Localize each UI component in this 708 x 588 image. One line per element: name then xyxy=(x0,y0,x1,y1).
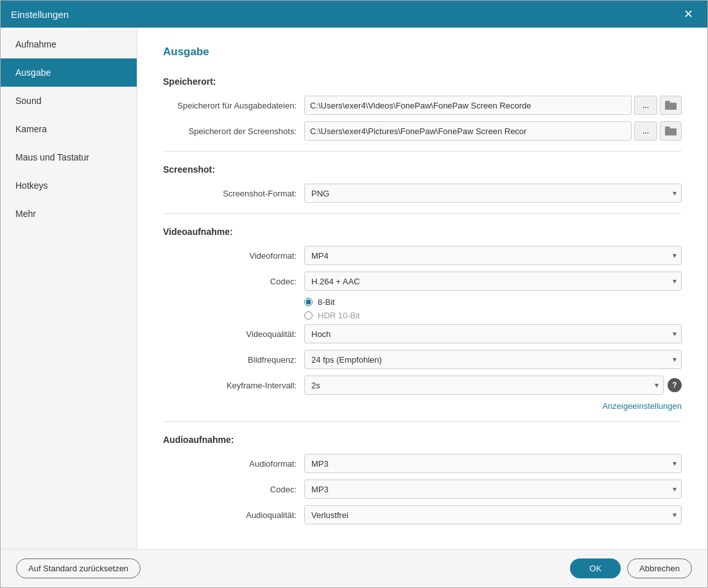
screenshot-format-label: Screenshot-Format: xyxy=(163,189,304,198)
bit8-radio[interactable] xyxy=(304,298,313,306)
videoqualitaet-row: Videoqualität: Niedrig Mittel Hoch Lossl… xyxy=(163,324,682,343)
screenshots-dots-button[interactable]: ... xyxy=(634,121,657,141)
videoformat-select[interactable]: MP4 MOV AVI FLV TS GIF xyxy=(304,246,682,265)
screenshot-format-wrapper: PNG JPG BMP GIF ▾ xyxy=(304,184,682,203)
keyframe-help-button[interactable]: ? xyxy=(668,378,682,392)
content-scroll: Ausgabe Speicherort: Speicherort für Aus… xyxy=(137,28,707,549)
bit8-row: 8-Bit xyxy=(304,297,682,307)
sidebar-item-hotkeys[interactable]: Hotkeys xyxy=(1,171,137,200)
bit10-radio[interactable] xyxy=(304,311,313,320)
screenshots-row: Speicherort der Screenshots: ... xyxy=(163,121,682,141)
bit-radio-group: 8-Bit HDR 10-Bit xyxy=(304,297,682,320)
bit10-row: HDR 10-Bit xyxy=(304,311,682,320)
ausgabe-label: Speicherort für Ausgabedateien: xyxy=(163,101,304,110)
video-codec-label: Codec: xyxy=(163,277,304,286)
bildfrequenz-select[interactable]: 15 fps 20 fps 24 fps (Empfohlen) 30 fps … xyxy=(304,350,682,369)
divider-1 xyxy=(163,151,682,151)
close-button[interactable]: ✕ xyxy=(679,5,697,23)
videoqualitaet-label: Videoqualität: xyxy=(163,329,304,339)
main-content: Aufnahme Ausgabe Sound Kamera Maus und T… xyxy=(1,28,707,549)
audio-codec-select[interactable]: MP3 AAC OGG xyxy=(304,480,682,499)
sidebar-item-maus-tastatur[interactable]: Maus und Tastatur xyxy=(1,143,137,171)
videoqualitaet-wrapper: Niedrig Mittel Hoch Lossless ▾ xyxy=(304,324,682,343)
cancel-button[interactable]: Abbrechen xyxy=(627,558,692,578)
screenshots-label: Speicherort der Screenshots: xyxy=(163,126,304,136)
sidebar-item-ausgabe[interactable]: Ausgabe xyxy=(1,58,137,87)
audioqualitaet-select[interactable]: Niedrig Mittel Hoch Verlustfrei xyxy=(304,505,682,524)
ausgabe-field-group: ... xyxy=(304,96,682,115)
bit10-label: HDR 10-Bit xyxy=(318,311,360,320)
sidebar-item-sound[interactable]: Sound xyxy=(1,87,137,115)
titlebar: Einstellungen ✕ xyxy=(1,1,707,28)
section-title: Ausgabe xyxy=(163,46,682,64)
videoformat-label: Videoformat: xyxy=(163,251,304,261)
reset-button[interactable]: Auf Standard zurücksetzen xyxy=(16,558,141,578)
ok-button[interactable]: OK xyxy=(570,558,621,578)
footer: Auf Standard zurücksetzen OK Abbrechen xyxy=(1,549,707,587)
sidebar-item-mehr[interactable]: Mehr xyxy=(1,200,137,228)
audioformat-select[interactable]: MP3 AAC OGG WAV FLAC xyxy=(304,454,682,473)
settings-window: Einstellungen ✕ Aufnahme Ausgabe Sound K… xyxy=(0,0,708,588)
anzeigeeinstellungen-container: Anzeigeeinstellungen xyxy=(163,401,682,411)
keyframe-row: Keyframe-Intervall: 1s 2s 3s 5s ▾ ? xyxy=(163,376,682,395)
sidebar-item-kamera[interactable]: Kamera xyxy=(1,115,137,143)
audioqualitaet-row: Audioqualität: Niedrig Mittel Hoch Verlu… xyxy=(163,505,682,524)
footer-right: OK Abbrechen xyxy=(570,558,692,578)
ausgabe-dots-button[interactable]: ... xyxy=(634,96,657,115)
screenshots-folder-button[interactable] xyxy=(660,121,682,141)
sidebar-item-aufnahme[interactable]: Aufnahme xyxy=(1,30,137,58)
bildfrequenz-row: Bildfrequenz: 15 fps 20 fps 24 fps (Empf… xyxy=(163,350,682,369)
audioformat-row: Audioformat: MP3 AAC OGG WAV FLAC ▾ xyxy=(163,454,682,473)
audio-codec-row: Codec: MP3 AAC OGG ▾ xyxy=(163,480,682,499)
audio-codec-wrapper: MP3 AAC OGG ▾ xyxy=(304,480,682,499)
folder-icon xyxy=(665,101,677,110)
divider-2 xyxy=(163,213,682,214)
keyframe-wrapper: 1s 2s 3s 5s ▾ xyxy=(304,376,664,395)
screenshots-field-group: ... xyxy=(304,121,682,141)
videoaufnahme-subtitle: Videoaufnahme: xyxy=(163,227,682,237)
videoformat-wrapper: MP4 MOV AVI FLV TS GIF ▾ xyxy=(304,246,682,265)
videoformat-row: Videoformat: MP4 MOV AVI FLV TS GIF ▾ xyxy=(163,246,682,265)
screenshot-format-row: Screenshot-Format: PNG JPG BMP GIF ▾ xyxy=(163,184,682,203)
ausgabe-row: Speicherort für Ausgabedateien: ... xyxy=(163,96,682,115)
audioqualitaet-wrapper: Niedrig Mittel Hoch Verlustfrei ▾ xyxy=(304,505,682,524)
sidebar: Aufnahme Ausgabe Sound Kamera Maus und T… xyxy=(1,28,137,549)
video-codec-select[interactable]: H.264 + AAC H.265 + AAC VP9 + Opus xyxy=(304,272,682,291)
content-area: Ausgabe Speicherort: Speicherort für Aus… xyxy=(137,28,707,549)
folder-icon-2 xyxy=(665,126,677,135)
keyframe-label: Keyframe-Intervall: xyxy=(163,381,304,390)
speicherort-subtitle: Speicherort: xyxy=(163,76,682,87)
audioformat-label: Audioformat: xyxy=(163,459,304,469)
screenshots-input[interactable] xyxy=(304,121,632,141)
window-title: Einstellungen xyxy=(11,9,69,20)
audioqualitaet-label: Audioqualität: xyxy=(163,510,304,520)
ausgabe-input[interactable] xyxy=(304,96,632,115)
video-codec-wrapper: H.264 + AAC H.265 + AAC VP9 + Opus ▾ xyxy=(304,272,682,291)
videoqualitaet-select[interactable]: Niedrig Mittel Hoch Lossless xyxy=(304,324,682,343)
bit8-label: 8-Bit xyxy=(318,297,335,307)
screenshot-format-select[interactable]: PNG JPG BMP GIF xyxy=(304,184,682,203)
screenshot-subtitle: Screenshot: xyxy=(163,164,682,175)
anzeigeeinstellungen-link[interactable]: Anzeigeeinstellungen xyxy=(602,401,682,411)
video-codec-row: Codec: H.264 + AAC H.265 + AAC VP9 + Opu… xyxy=(163,272,682,291)
audioformat-wrapper: MP3 AAC OGG WAV FLAC ▾ xyxy=(304,454,682,473)
audio-codec-label: Codec: xyxy=(163,485,304,494)
keyframe-select[interactable]: 1s 2s 3s 5s xyxy=(304,376,664,395)
bildfrequenz-wrapper: 15 fps 20 fps 24 fps (Empfohlen) 30 fps … xyxy=(304,350,682,369)
audioaufnahme-subtitle: Audioaufnahme: xyxy=(163,435,682,445)
divider-3 xyxy=(163,421,682,422)
bildfrequenz-label: Bildfrequenz: xyxy=(163,355,304,365)
ausgabe-folder-button[interactable] xyxy=(660,96,682,115)
